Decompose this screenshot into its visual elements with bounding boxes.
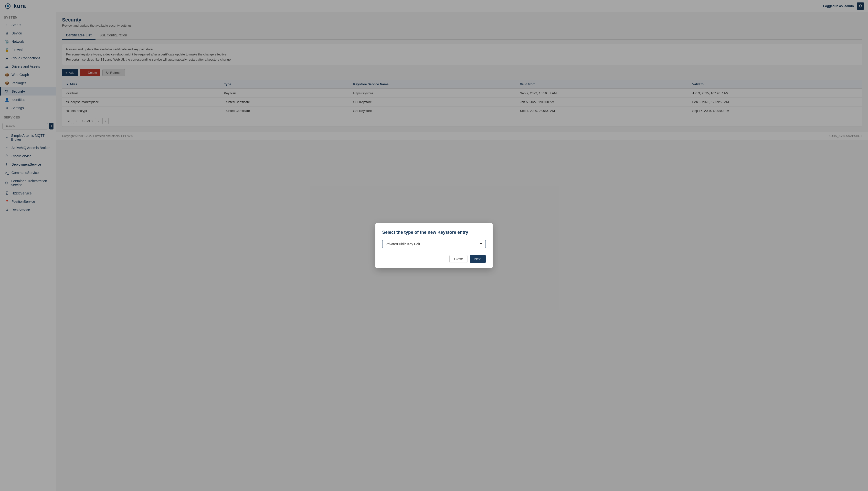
modal-overlay: Select the type of the new Keystore entr… <box>0 0 868 491</box>
next-button[interactable]: Next <box>470 255 486 263</box>
close-button[interactable]: Close <box>449 255 468 263</box>
modal: Select the type of the new Keystore entr… <box>376 223 492 268</box>
modal-title: Select the type of the new Keystore entr… <box>382 230 486 235</box>
modal-footer: Close Next <box>382 255 486 263</box>
keystore-type-select[interactable]: Private/Public Key Pair Trusted Certific… <box>382 240 486 248</box>
